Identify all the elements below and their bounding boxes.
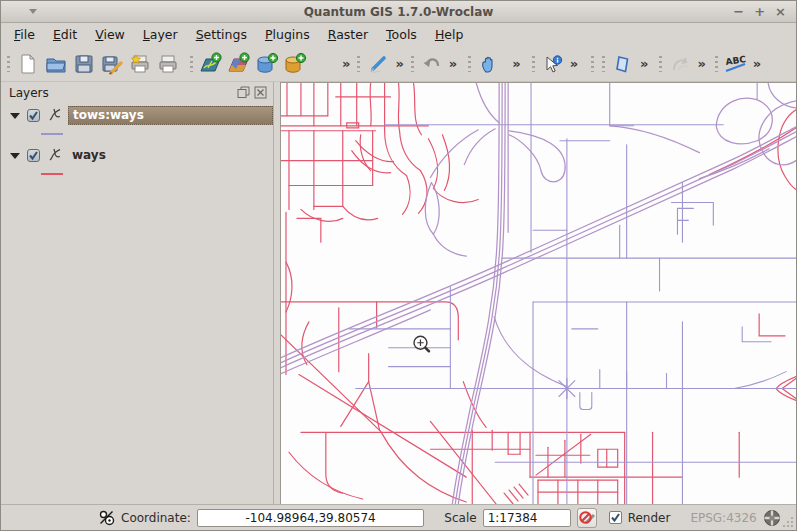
menu-file[interactable]: File xyxy=(5,24,44,45)
map-roads xyxy=(281,83,796,504)
new-print-composer-button[interactable] xyxy=(126,50,154,78)
toolbar-grip[interactable] xyxy=(357,56,360,72)
expander-icon[interactable] xyxy=(10,153,20,159)
toolbar-grip[interactable] xyxy=(411,56,414,72)
new-project-button[interactable] xyxy=(14,50,42,78)
toolbar-overflow-chevron[interactable]: » xyxy=(339,56,353,71)
check-icon xyxy=(610,512,621,523)
close-icon xyxy=(254,86,267,99)
layer-legend-row xyxy=(1,125,273,142)
toolbar-grip[interactable] xyxy=(7,56,10,72)
crs-status-button[interactable] xyxy=(763,508,782,528)
print-composer-button[interactable] xyxy=(154,50,182,78)
add-raster-layer-button[interactable] xyxy=(225,50,253,78)
toolbar-grip[interactable] xyxy=(715,56,718,72)
layer-item-ways[interactable]: ways xyxy=(1,146,273,165)
tows-ways-freeway-lines xyxy=(281,83,796,504)
identify-features-button[interactable] xyxy=(539,50,567,78)
toolbar-grip[interactable] xyxy=(591,56,594,72)
add-vector-layer-icon xyxy=(199,52,223,76)
expander-icon[interactable] xyxy=(10,113,20,119)
layers-panel-title: Layers xyxy=(9,86,49,100)
identify-cursor-icon xyxy=(542,53,564,75)
toolbar-grip[interactable] xyxy=(468,56,471,72)
maximize-button[interactable]: + xyxy=(754,5,765,19)
menu-settings[interactable]: Settings xyxy=(187,24,256,45)
add-postgis-layer-button[interactable] xyxy=(253,50,281,78)
layer-visibility-checkbox[interactable] xyxy=(27,149,40,162)
disabled-arrows-icon xyxy=(669,53,691,75)
save-project-button[interactable] xyxy=(70,50,98,78)
menu-edit[interactable]: Edit xyxy=(44,24,86,45)
menu-view[interactable]: View xyxy=(86,24,134,45)
layers-panel: Layers tows:ways xyxy=(1,82,274,504)
toolbar-grip[interactable] xyxy=(532,56,535,72)
menu-raster[interactable]: Raster xyxy=(319,24,377,45)
abc-labeling-icon: ABC xyxy=(724,53,748,75)
toolbar-overflow-chevron[interactable]: » xyxy=(637,56,651,71)
print-composer-new-icon xyxy=(129,53,151,75)
toolbar-overflow-chevron[interactable]: » xyxy=(750,56,764,71)
toolbar-overflow-chevron[interactable]: » xyxy=(567,56,581,71)
menu-layer[interactable]: Layer xyxy=(134,24,187,45)
resize-grip[interactable] xyxy=(782,515,794,530)
add-raster-layer-icon xyxy=(227,52,251,76)
save-icon xyxy=(73,53,95,75)
toolbar-grip[interactable] xyxy=(659,56,662,72)
ways-layer-lines xyxy=(281,83,796,504)
save-project-as-button[interactable] xyxy=(98,50,126,78)
layer-name: tows:ways xyxy=(68,106,273,125)
new-file-icon xyxy=(17,53,39,75)
open-folder-icon xyxy=(45,53,67,75)
map-canvas[interactable] xyxy=(280,82,796,504)
add-vector-layer-button[interactable] xyxy=(197,50,225,78)
show-bookmarks-button[interactable] xyxy=(609,50,637,78)
save-as-icon xyxy=(101,53,123,75)
coordinate-label: Coordinate: xyxy=(121,511,191,525)
render-label: Render xyxy=(628,511,671,525)
toolbar-overflow-chevron[interactable]: » xyxy=(446,56,460,71)
render-checkbox[interactable] xyxy=(609,511,622,524)
legend-line-swatch xyxy=(41,173,63,175)
menu-bar: File Edit View Layer Settings Plugins Ra… xyxy=(1,23,796,46)
open-project-button[interactable] xyxy=(42,50,70,78)
toolbar-overflow-chevron[interactable]: » xyxy=(694,56,708,71)
toolbar-grip[interactable] xyxy=(602,56,605,72)
panel-close-button[interactable] xyxy=(254,86,267,99)
coordinate-capture-icon[interactable] xyxy=(98,509,115,526)
layer-legend-row xyxy=(1,165,273,182)
zoom-in-cursor xyxy=(414,336,429,351)
stop-render-icon xyxy=(578,509,596,527)
title-bar[interactable]: Quantum GIS 1.7.0-Wroclaw − + × xyxy=(1,1,796,23)
crs-text: EPSG:4326 xyxy=(690,511,756,525)
legend-line-swatch xyxy=(41,133,63,135)
bookmark-icon xyxy=(612,53,634,75)
scale-label: Scale xyxy=(444,511,476,525)
add-spatialite-layer-icon xyxy=(283,52,307,76)
layer-visibility-checkbox[interactable] xyxy=(27,109,40,122)
check-icon xyxy=(28,110,39,121)
menu-help[interactable]: Help xyxy=(426,24,473,45)
close-button[interactable]: × xyxy=(775,5,786,19)
menu-tools[interactable]: Tools xyxy=(377,24,426,45)
toolbar-overflow-chevron[interactable]: » xyxy=(392,56,406,71)
labeling-button[interactable]: ABC xyxy=(722,50,750,78)
add-spatialite-layer-button[interactable] xyxy=(281,50,309,78)
pan-map-button[interactable] xyxy=(475,50,503,78)
toolbar: » » » » » » » ABC » xyxy=(1,46,796,82)
scale-input[interactable] xyxy=(483,509,571,527)
toggle-editing-button[interactable] xyxy=(364,50,392,78)
menu-plugins[interactable]: Plugins xyxy=(256,24,319,45)
stop-render-button[interactable] xyxy=(577,508,597,528)
coordinate-input[interactable] xyxy=(197,509,425,527)
toolbar-overflow-chevron[interactable]: » xyxy=(509,56,523,71)
layer-list: tows:ways ways xyxy=(1,103,273,504)
undo-arrow-icon xyxy=(421,53,443,75)
layer-item-tows-ways[interactable]: tows:ways xyxy=(1,106,273,125)
undo-button[interactable] xyxy=(418,50,446,78)
vector-line-icon xyxy=(47,106,64,126)
panel-float-button[interactable] xyxy=(237,86,250,99)
move-feature-button-disabled[interactable] xyxy=(666,50,694,78)
minimize-button[interactable]: − xyxy=(733,5,744,19)
toolbar-grip[interactable] xyxy=(190,56,193,72)
